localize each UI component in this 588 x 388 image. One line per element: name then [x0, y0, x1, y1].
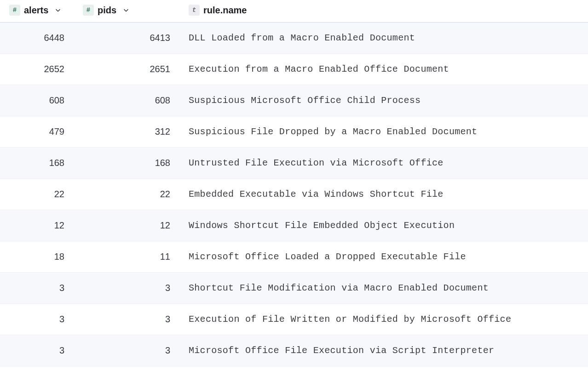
number-type-icon: #	[83, 5, 94, 16]
table-row[interactable]: 6448 6413 DLL Loaded from a Macro Enable…	[0, 23, 588, 54]
table-row[interactable]: 3 3 Microsoft Office File Execution via …	[0, 335, 588, 366]
column-header-alerts[interactable]: # alerts	[0, 0, 74, 23]
text-type-icon: t	[189, 5, 200, 16]
cell-alerts: 12	[0, 210, 74, 241]
cell-rule-name: Shortcut File Modification via Macro Ena…	[179, 273, 588, 304]
cell-rule-name: Microsoft Office File Execution via Scri…	[179, 335, 588, 366]
column-header-pids[interactable]: # pids	[74, 0, 179, 23]
cell-pids: 3	[74, 304, 179, 335]
cell-pids: 11	[74, 241, 179, 273]
cell-pids: 22	[74, 179, 179, 210]
cell-pids: 168	[74, 148, 179, 179]
table-row[interactable]: 18 11 Microsoft Office Loaded a Dropped …	[0, 241, 588, 273]
cell-pids: 608	[74, 85, 179, 116]
column-label: alerts	[24, 5, 48, 16]
cell-rule-name: Microsoft Office Loaded a Dropped Execut…	[179, 241, 588, 273]
cell-rule-name: Suspicious Microsoft Office Child Proces…	[179, 85, 588, 116]
table-row[interactable]: 3 3 Shortcut File Modification via Macro…	[0, 273, 588, 304]
table-row[interactable]: 12 12 Windows Shortcut File Embedded Obj…	[0, 210, 588, 241]
table-header-row: # alerts # pids t	[0, 0, 588, 23]
column-label: rule.name	[203, 5, 247, 16]
table-row[interactable]: 2652 2651 Execution from a Macro Enabled…	[0, 54, 588, 85]
table-row[interactable]: 22 22 Embedded Executable via Windows Sh…	[0, 179, 588, 210]
table-row[interactable]: 3 3 Execution of File Written or Modifie…	[0, 304, 588, 335]
cell-rule-name: DLL Loaded from a Macro Enabled Document	[179, 23, 588, 54]
cell-rule-name: Windows Shortcut File Embedded Object Ex…	[179, 210, 588, 241]
chevron-down-icon	[55, 7, 61, 13]
cell-alerts: 3	[0, 273, 74, 304]
cell-alerts: 18	[0, 241, 74, 273]
table-row[interactable]: 608 608 Suspicious Microsoft Office Chil…	[0, 85, 588, 116]
cell-rule-name: Untrusted File Execution via Microsoft O…	[179, 148, 588, 179]
cell-pids: 3	[74, 273, 179, 304]
cell-rule-name: Suspicious File Dropped by a Macro Enabl…	[179, 116, 588, 148]
cell-rule-name: Embedded Executable via Windows Shortcut…	[179, 179, 588, 210]
cell-alerts: 22	[0, 179, 74, 210]
results-table: # alerts # pids t	[0, 0, 588, 366]
cell-pids: 12	[74, 210, 179, 241]
cell-alerts: 2652	[0, 54, 74, 85]
cell-alerts: 608	[0, 85, 74, 116]
cell-pids: 3	[74, 335, 179, 366]
cell-rule-name: Execution from a Macro Enabled Office Do…	[179, 54, 588, 85]
cell-alerts: 3	[0, 335, 74, 366]
table-body: 6448 6413 DLL Loaded from a Macro Enable…	[0, 23, 588, 366]
column-label: pids	[98, 5, 116, 16]
cell-alerts: 168	[0, 148, 74, 179]
table-row[interactable]: 168 168 Untrusted File Execution via Mic…	[0, 148, 588, 179]
cell-pids: 312	[74, 116, 179, 148]
table-row[interactable]: 479 312 Suspicious File Dropped by a Mac…	[0, 116, 588, 148]
cell-pids: 2651	[74, 54, 179, 85]
chevron-down-icon	[123, 7, 129, 13]
cell-rule-name: Execution of File Written or Modified by…	[179, 304, 588, 335]
column-header-rule-name[interactable]: t rule.name	[179, 0, 588, 23]
number-type-icon: #	[9, 5, 20, 16]
cell-alerts: 479	[0, 116, 74, 148]
cell-alerts: 3	[0, 304, 74, 335]
cell-alerts: 6448	[0, 23, 74, 54]
cell-pids: 6413	[74, 23, 179, 54]
